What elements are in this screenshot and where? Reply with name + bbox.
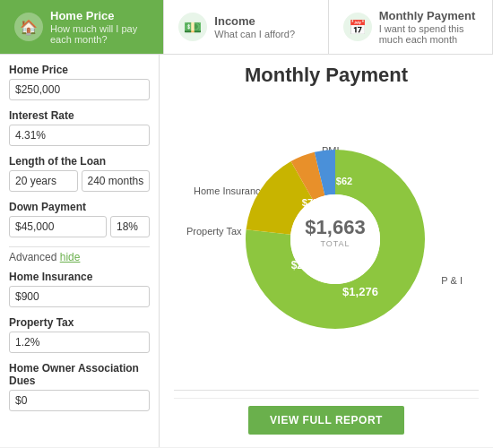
nav-item-home-price[interactable]: 🏠 Home Price How much will I pay each mo… — [0, 0, 164, 54]
loan-length-label: Length of the Loan — [9, 155, 150, 168]
chart-area: PMI Home Insurance Property Tax P & I — [174, 92, 479, 386]
view-full-report-button[interactable]: VIEW FULL REPORT — [248, 406, 404, 435]
nav-title-home-price: Home Price — [50, 9, 149, 22]
top-nav: 🏠 Home Price How much will I pay each mo… — [0, 0, 493, 55]
total-amount-text: $1,663 — [305, 216, 365, 238]
home-price-field: Home Price — [9, 64, 150, 100]
left-panel: Home Price Interest Rate Length of the L… — [0, 55, 160, 447]
hoa-dues-field: Home Owner Association Dues — [9, 362, 150, 411]
loan-length-field: Length of the Loan — [9, 155, 150, 192]
chart-container: PMI Home Insurance Property Tax P & I — [183, 136, 470, 342]
property-tax-label: Property Tax — [9, 316, 150, 329]
advanced-hide-link[interactable]: hide — [60, 251, 81, 263]
home-insurance-field: Home Insurance — [9, 271, 150, 307]
property-tax-chart-label: Property Tax — [186, 226, 242, 237]
advanced-row: Advanced hide — [9, 251, 150, 263]
home-insurance-input[interactable] — [9, 286, 150, 307]
loan-months-input[interactable] — [82, 170, 151, 192]
nav-item-income[interactable]: 💵 Income What can I afford? — [164, 0, 328, 54]
pi-amount-text: $1,276 — [342, 285, 378, 298]
hoa-dues-input[interactable] — [9, 390, 150, 411]
down-payment-amount-input[interactable] — [9, 216, 107, 237]
income-icon: 💵 — [178, 13, 207, 41]
nav-item-monthly-payment[interactable]: 📅 Monthly Payment I want to spend this m… — [329, 0, 493, 54]
down-payment-percent-input[interactable] — [110, 216, 150, 237]
loan-years-input[interactable] — [9, 170, 78, 192]
advanced-label: Advanced — [9, 251, 56, 263]
monthly-payment-icon: 📅 — [343, 13, 372, 41]
main-layout: Home Price Interest Rate Length of the L… — [0, 55, 493, 447]
report-btn-row: VIEW FULL REPORT — [174, 398, 479, 438]
property-tax-input[interactable] — [9, 332, 150, 353]
home-insurance-amount-text: $75 — [302, 197, 318, 208]
nav-sub-income: What can I afford? — [214, 29, 295, 39]
nav-title-monthly-payment: Monthly Payment — [379, 9, 478, 22]
home-price-label: Home Price — [9, 64, 150, 76]
property-tax-field: Property Tax — [9, 316, 150, 353]
home-insurance-label: Home Insurance — [9, 271, 150, 283]
home-price-icon: 🏠 — [14, 13, 43, 41]
report-divider — [174, 390, 479, 391]
divider-advanced — [9, 246, 150, 247]
total-label-text: TOTAL — [320, 239, 350, 248]
interest-rate-label: Interest Rate — [9, 109, 150, 122]
interest-rate-input[interactable] — [9, 125, 150, 146]
home-price-input[interactable] — [9, 79, 150, 100]
property-tax-amount-text: $250 — [291, 259, 316, 271]
right-panel: Monthly Payment PMI Home Insurance Prope… — [160, 55, 493, 447]
nav-sub-monthly-payment: I want to spend this much each month — [379, 23, 478, 45]
donut-chart: $1,663 TOTAL $1,276 $250 $75 $62 — [237, 145, 434, 336]
pmi-amount-text: $62 — [336, 176, 352, 186]
interest-rate-field: Interest Rate — [9, 109, 150, 146]
nav-title-income: Income — [214, 14, 295, 28]
down-payment-label: Down Payment — [9, 201, 150, 213]
pi-chart-label: P & I — [441, 275, 463, 286]
chart-title: Monthly Payment — [174, 64, 479, 87]
down-payment-field: Down Payment — [9, 201, 150, 237]
nav-sub-home-price: How much will I pay each month? — [50, 23, 149, 45]
hoa-dues-label: Home Owner Association Dues — [9, 362, 150, 387]
